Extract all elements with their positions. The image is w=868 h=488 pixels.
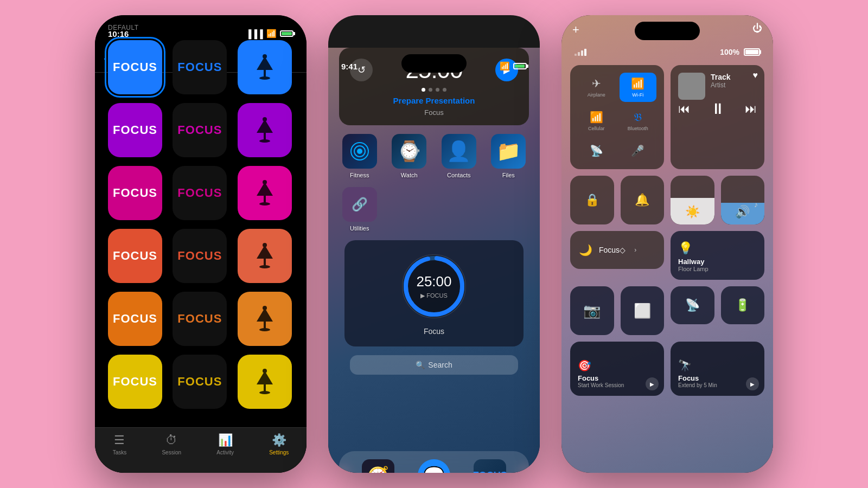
mic-btn[interactable]: 🎤 bbox=[620, 140, 657, 162]
next-track-btn[interactable]: ⏭ bbox=[745, 102, 757, 116]
focus-label-widget: Focus bbox=[350, 108, 518, 117]
battery-icon-1 bbox=[280, 30, 293, 37]
app-utilities-label: Utilities bbox=[350, 225, 369, 232]
icon-option-6[interactable] bbox=[238, 103, 292, 157]
icon-option-12[interactable] bbox=[238, 229, 292, 283]
app-utilities[interactable]: 🔗 Utilities bbox=[339, 187, 380, 232]
airdrop-btn[interactable]: 📡 bbox=[578, 140, 615, 162]
airplane-mode-btn[interactable]: ✈ Airplane bbox=[578, 73, 615, 102]
focus-start-icon: 🎯 bbox=[578, 359, 656, 372]
app-fitness[interactable]: Fitness bbox=[339, 134, 380, 178]
dock-safari-icon: 🧭 bbox=[367, 465, 389, 473]
tab-tasks[interactable]: ☰ Tasks bbox=[113, 433, 127, 455]
svg-point-19 bbox=[263, 306, 267, 310]
battery-tile[interactable]: 🔋 bbox=[721, 286, 765, 324]
tab-settings-label: Settings bbox=[269, 450, 289, 455]
icon-option-18[interactable] bbox=[238, 355, 292, 409]
prev-track-btn[interactable]: ⏮ bbox=[678, 102, 690, 116]
icon-option-8[interactable]: FOCUS bbox=[173, 166, 227, 220]
brightness-tile[interactable]: ☀️ bbox=[671, 176, 714, 224]
notification-tile[interactable]: 🔔 bbox=[621, 176, 665, 224]
airplane-label: Airplane bbox=[588, 92, 605, 98]
dot-2 bbox=[429, 88, 432, 92]
wifi-label: Wi-Fi bbox=[632, 92, 643, 98]
screenrecord-tile[interactable]: ⬜ bbox=[621, 286, 665, 335]
search-label: Search bbox=[428, 361, 452, 369]
app-watch[interactable]: ⌚ Watch bbox=[389, 134, 430, 178]
app-fitness-icon bbox=[342, 134, 377, 169]
focus-start-tile[interactable]: 🎯 Focus Start Work Session ▶ bbox=[570, 342, 664, 396]
airdrop-tile-2[interactable]: 📡 bbox=[671, 286, 714, 324]
circle-container: 25:00 ▶ FOCUS bbox=[399, 251, 469, 322]
tab-activity[interactable]: 📊 Activity bbox=[216, 433, 234, 455]
icon-option-14[interactable]: FOCUS bbox=[173, 292, 227, 346]
cc-right-status: 100% bbox=[720, 48, 760, 56]
svg-point-7 bbox=[263, 117, 267, 121]
focus-extend-tile[interactable]: 🔭 Focus Extend by 5 Min ▶ bbox=[671, 342, 764, 396]
icon-option-10[interactable]: FOCUS bbox=[108, 229, 162, 283]
lamp-icon-pink bbox=[248, 177, 281, 209]
volume-tile[interactable]: 🔊 ♪ bbox=[721, 176, 765, 224]
app-files[interactable]: 📁 Files bbox=[488, 134, 529, 178]
dock-messages[interactable]: 💬 bbox=[418, 459, 450, 473]
cc-power-button[interactable]: ⏻ bbox=[752, 23, 762, 34]
search-bar[interactable]: 🔍 Search bbox=[350, 355, 518, 375]
hallway-title: Hallway bbox=[678, 258, 757, 266]
task-label: Prepare Presentation bbox=[350, 96, 518, 105]
fitness-svg bbox=[350, 142, 369, 161]
icon-option-16[interactable]: FOCUS bbox=[108, 355, 162, 409]
tab-settings[interactable]: ⚙️ Settings bbox=[269, 433, 289, 455]
pause-btn[interactable]: ⏸ bbox=[710, 100, 725, 118]
camera-tile[interactable]: 📷 bbox=[570, 286, 614, 335]
icon-option-2[interactable]: FOCUS bbox=[173, 40, 227, 94]
wifi-btn[interactable]: 📶 Wi-Fi bbox=[620, 73, 657, 102]
heart-btn[interactable]: ♥ bbox=[753, 70, 758, 80]
cc-status-bar: 100% bbox=[570, 48, 764, 56]
tab-session[interactable]: ⏱ Session bbox=[162, 433, 181, 455]
svg-point-11 bbox=[263, 180, 267, 184]
dock-focus[interactable]: FOCUS bbox=[474, 459, 506, 473]
icon-option-1[interactable]: FOCUS bbox=[108, 40, 162, 94]
dock-messages-icon: 💬 bbox=[423, 465, 445, 473]
wifi-icon: 📶 bbox=[266, 29, 277, 38]
timer-dots bbox=[350, 88, 518, 92]
back-chevron: ‹ bbox=[104, 54, 106, 63]
dynamic-island-1 bbox=[168, 22, 233, 40]
bar-3 bbox=[581, 50, 583, 56]
hallway-info: Hallway Floor Lamp bbox=[678, 258, 757, 272]
focus-start-title: Focus bbox=[578, 374, 656, 382]
airdrop-icon-2: 📡 bbox=[685, 298, 700, 312]
icon-option-13[interactable]: FOCUS bbox=[108, 292, 162, 346]
icon-option-17[interactable]: FOCUS bbox=[173, 355, 227, 409]
airplane-icon: ✈ bbox=[592, 77, 601, 90]
icon-option-15[interactable] bbox=[238, 292, 292, 346]
focus-mode-tile[interactable]: 🌙 Focus◇ › bbox=[570, 231, 664, 269]
app-grid: Fitness ⌚ Watch 👤 Contacts 📁 Files bbox=[328, 125, 540, 240]
cellular-btn[interactable]: 📶 Cellular bbox=[578, 106, 615, 136]
icon-option-5[interactable]: FOCUS bbox=[173, 103, 227, 157]
tab-activity-icon: 📊 bbox=[218, 433, 233, 447]
icon-option-11[interactable]: FOCUS bbox=[173, 229, 227, 283]
icon-option-7[interactable]: FOCUS bbox=[108, 166, 162, 220]
bluetooth-btn[interactable]: 𝔅 Bluetooth bbox=[620, 106, 657, 136]
cc-add-button[interactable]: + bbox=[572, 23, 579, 37]
app-watch-icon: ⌚ bbox=[392, 134, 426, 169]
lightbulb-icon: 💡 bbox=[678, 241, 757, 255]
icon-option-9[interactable] bbox=[238, 166, 292, 220]
icon-option-3[interactable] bbox=[238, 40, 292, 94]
lamp-icon-purple bbox=[248, 114, 281, 146]
phone-1: 10:16 ▐▐▐ 📶 ‹ Back App Icon DEFAULT FOCU bbox=[95, 15, 307, 473]
svg-rect-17 bbox=[264, 322, 266, 330]
dock-safari[interactable]: 🧭 bbox=[362, 459, 394, 473]
play-small-icon: ▶ bbox=[646, 377, 659, 390]
rotation-lock-tile[interactable]: 🔒 bbox=[570, 176, 614, 224]
tab-session-label: Session bbox=[162, 450, 181, 455]
dynamic-island-2 bbox=[401, 54, 467, 73]
camera-icon: 📷 bbox=[583, 303, 601, 319]
focus-chevron-icon: › bbox=[634, 246, 636, 254]
icon-option-4[interactable]: FOCUS bbox=[108, 103, 162, 157]
hallway-lamp-tile[interactable]: 💡 Hallway Floor Lamp bbox=[671, 231, 764, 280]
svg-rect-9 bbox=[264, 196, 266, 204]
bar-2 bbox=[578, 52, 580, 56]
app-contacts[interactable]: 👤 Contacts bbox=[438, 134, 480, 178]
